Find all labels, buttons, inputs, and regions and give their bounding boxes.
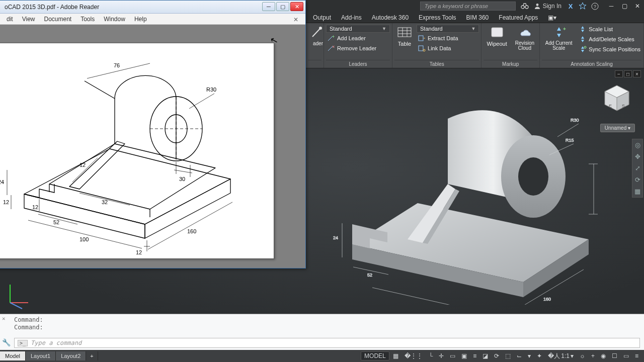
svg-point-0 [521, 6, 524, 9]
exchange-apps-icon[interactable] [578, 1, 588, 11]
revision-cloud-button[interactable]: Revision Cloud [512, 25, 537, 52]
svg-marker-17 [352, 244, 523, 297]
pan-icon[interactable]: ✥ [635, 153, 640, 160]
tab-a360[interactable]: Autodesk 360 [367, 13, 414, 23]
panel-tables: Table Standard▼ Extract Data Link Data T… [392, 23, 481, 68]
workspace-icon[interactable]: ☼ [577, 351, 588, 360]
minimize-button[interactable]: ─ [605, 2, 618, 11]
add-leader-icon: + [327, 34, 335, 42]
scale-list-button[interactable]: Scale List [578, 25, 641, 34]
showmotion-icon[interactable]: ▦ [634, 188, 640, 195]
close-button[interactable]: ✕ [631, 2, 644, 11]
cmd-close-icon[interactable]: ✕ [2, 315, 6, 322]
exchange-x-icon[interactable]: X [566, 1, 576, 11]
add-current-scale-button[interactable]: +Add Current Scale [542, 25, 576, 52]
lineweight-icon[interactable]: ≡ [470, 351, 479, 360]
svg-marker-39 [24, 194, 145, 238]
tab-addins[interactable]: Add-ins [336, 13, 367, 23]
binoculars-icon[interactable] [520, 1, 530, 11]
help-icon[interactable]: ? [590, 1, 600, 11]
svg-text:S: S [622, 104, 625, 109]
tab-output[interactable]: Output [308, 13, 336, 23]
ucs-icon [3, 280, 33, 310]
tab-layout2[interactable]: Layout2 [56, 351, 86, 360]
snap-icon[interactable]: �⋮⋮ [402, 351, 425, 360]
steering-wheel-icon[interactable]: ◎ [635, 141, 640, 149]
add-delete-scales-button[interactable]: Add/Delete Scales [578, 35, 641, 44]
reader-minimize-button[interactable]: ─ [262, 2, 275, 11]
cycling-icon[interactable]: ⟳ [492, 351, 502, 360]
svg-text:24: 24 [333, 235, 338, 240]
tab-featured[interactable]: Featured Apps [494, 13, 543, 23]
cleanscreen-icon[interactable]: ▭ [621, 351, 631, 360]
viewport-controls: − □ × [615, 70, 641, 77]
svg-text:76: 76 [114, 62, 120, 68]
dynamic-ucs-icon[interactable]: ⌙ [514, 351, 524, 360]
vp-close-button[interactable]: × [633, 70, 641, 77]
annomonitor-icon[interactable]: + [589, 351, 597, 360]
svg-text:52: 52 [53, 219, 59, 225]
panel-title: Annotation Scaling [542, 60, 641, 68]
ortho-icon[interactable]: └ [426, 351, 436, 360]
svg-line-69 [148, 202, 232, 249]
maximize-button[interactable]: ▢ [618, 2, 631, 11]
view-name-button[interactable]: Unnamed ▾ [600, 124, 635, 132]
reader-close-button[interactable]: ✕ [290, 2, 303, 11]
panel-markup: Wipeout Revision Cloud Markup [481, 23, 540, 68]
isodraft-icon[interactable]: ▭ [447, 351, 458, 360]
wipeout-button[interactable]: Wipeout [484, 25, 510, 48]
svg-marker-41 [49, 144, 215, 209]
menu-window[interactable]: Window [100, 15, 129, 24]
isolate-icon[interactable]: ☐ [609, 351, 620, 360]
menu-tools[interactable]: Tools [76, 15, 99, 24]
command-input[interactable]: >_ Type a command [14, 338, 640, 348]
panel-title: Leaders [326, 60, 390, 68]
zoom-icon[interactable]: ⤢ [635, 164, 640, 172]
command-history: Command: Command: [14, 316, 43, 331]
remove-leader-button[interactable]: ×Remove Leader [326, 44, 390, 53]
viewcube[interactable]: S E [601, 82, 633, 115]
adobe-reader-window: oCAD 2015 3D.pdf - Adobe Reader ─ ▢ ✕ di… [0, 0, 306, 268]
help-search-input[interactable]: Type a keyword or phrase [420, 2, 516, 11]
menu-help[interactable]: Help [130, 15, 151, 24]
vp-maximize-button[interactable]: □ [624, 70, 632, 77]
tab-express[interactable]: Express Tools [414, 13, 461, 23]
orbit-icon[interactable]: ⟳ [635, 176, 640, 184]
panel-leaders: Standard▼ +Add Leader ×Remove Leader Lea… [324, 23, 392, 68]
reader-page-area[interactable]: 76 R30 30 24 12 12 32 100 52 160 12 12 ↖ [0, 25, 305, 268]
tab-bim360[interactable]: BIM 360 [461, 13, 494, 23]
polar-icon[interactable]: ✛ [436, 351, 446, 360]
transparency-icon[interactable]: ◪ [480, 351, 491, 360]
gizmo-icon[interactable]: ✦ [534, 351, 544, 360]
reader-titlebar[interactable]: oCAD 2015 3D.pdf - Adobe Reader ─ ▢ ✕ [0, 1, 305, 14]
menu-document[interactable]: Document [40, 15, 75, 24]
customize-status-icon[interactable]: ≡ [632, 351, 641, 360]
table-style-dropdown[interactable]: Standard▼ [417, 25, 479, 33]
tab-add-layout[interactable]: + [86, 351, 98, 360]
link-data-button[interactable]: Link Data [417, 44, 479, 53]
tab-model[interactable]: Model [0, 351, 26, 360]
cmd-customize-icon[interactable]: 🔧 [2, 338, 11, 346]
vp-minimize-button[interactable]: − [615, 70, 623, 77]
3dosnap-icon[interactable]: ⬚ [503, 351, 513, 360]
tab-layout1[interactable]: Layout1 [26, 351, 56, 360]
signin-button[interactable]: Sign In [534, 3, 561, 10]
extract-data-button[interactable]: Extract Data [417, 34, 479, 43]
reader-maximize-button[interactable]: ▢ [276, 2, 289, 11]
leader-style-dropdown[interactable]: Standard▼ [326, 25, 390, 33]
add-leader-button[interactable]: +Add Leader [326, 34, 390, 43]
annotation-scale[interactable]: �人 1:1 ▾ [545, 351, 576, 361]
sync-scale-icon [579, 45, 587, 53]
status-mode[interactable]: MODEL [361, 351, 389, 360]
grid-icon[interactable]: ▦ [390, 351, 401, 360]
filter-icon[interactable]: ▾ [525, 351, 533, 360]
reader-doc-close-icon[interactable]: ✕ [289, 15, 302, 24]
tab-overflow-icon[interactable]: ▣▾ [543, 13, 561, 23]
menu-edit[interactable]: dit [3, 15, 17, 24]
osnap-icon[interactable]: ▣ [459, 351, 469, 360]
svg-text:24: 24 [0, 179, 4, 185]
table-button[interactable]: Table [394, 25, 415, 48]
menu-view[interactable]: View [18, 15, 39, 24]
sync-scale-button[interactable]: Sync Scale Positions [578, 45, 641, 54]
hardware-accel-icon[interactable]: ◉ [598, 351, 608, 360]
